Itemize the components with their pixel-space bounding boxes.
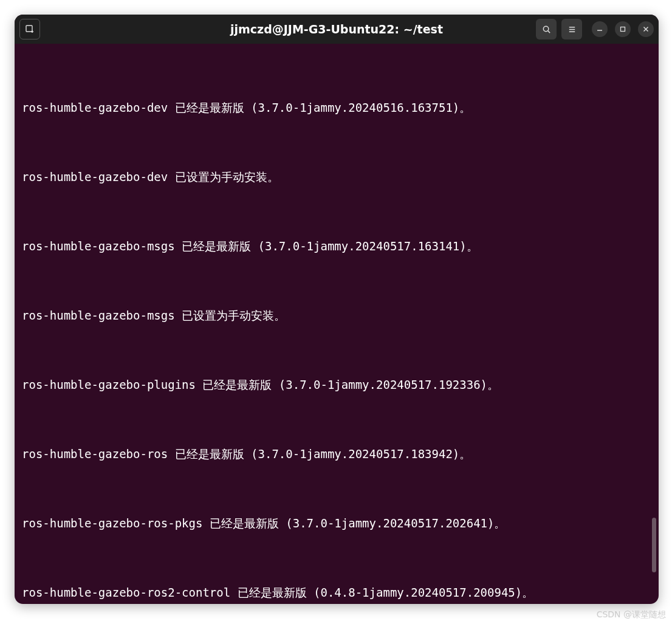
- svg-rect-9: [621, 27, 625, 32]
- output-line: ros-humble-gazebo-ros2-control 已经是最新版 (0…: [22, 581, 651, 604]
- search-button[interactable]: [536, 19, 557, 39]
- maximize-button[interactable]: [615, 21, 631, 37]
- minimize-icon: [597, 26, 603, 32]
- close-button[interactable]: [638, 21, 654, 37]
- window-title: jjmczd@JJM-G3-Ubuntu22: ~/test: [230, 22, 443, 36]
- output-line: ros-humble-gazebo-msgs 已设置为手动安装。: [22, 304, 651, 327]
- terminal-window: jjmczd@JJM-G3-Ubuntu22: ~/test: [15, 15, 659, 604]
- hamburger-icon: [567, 25, 577, 34]
- output-line: ros-humble-gazebo-msgs 已经是最新版 (3.7.0-1ja…: [22, 235, 651, 258]
- maximize-icon: [620, 26, 626, 32]
- window-control-group: [592, 21, 654, 37]
- output-line: ros-humble-gazebo-plugins 已经是最新版 (3.7.0-…: [22, 373, 651, 396]
- svg-line-4: [547, 30, 549, 32]
- output-line: ros-humble-gazebo-dev 已设置为手动安装。: [22, 165, 651, 188]
- new-tab-button[interactable]: [19, 19, 40, 39]
- output-line: ros-humble-gazebo-dev 已经是最新版 (3.7.0-1jam…: [22, 96, 651, 119]
- svg-rect-0: [26, 26, 32, 32]
- new-tab-icon: [25, 24, 35, 34]
- search-icon: [542, 25, 551, 34]
- terminal-content[interactable]: ros-humble-gazebo-dev 已经是最新版 (3.7.0-1jam…: [15, 44, 659, 604]
- close-icon: [643, 26, 649, 32]
- menu-button[interactable]: [561, 19, 582, 39]
- output-line: ros-humble-gazebo-ros 已经是最新版 (3.7.0-1jam…: [22, 442, 651, 465]
- scrollbar-thumb[interactable]: [652, 518, 656, 572]
- minimize-button[interactable]: [592, 21, 608, 37]
- svg-point-3: [543, 26, 548, 31]
- title-bar-right-group: [536, 19, 654, 39]
- output-line: ros-humble-gazebo-ros-pkgs 已经是最新版 (3.7.0…: [22, 512, 651, 535]
- watermark-text: CSDN @课堂随想: [597, 609, 666, 620]
- title-bar: jjmczd@JJM-G3-Ubuntu22: ~/test: [15, 15, 659, 44]
